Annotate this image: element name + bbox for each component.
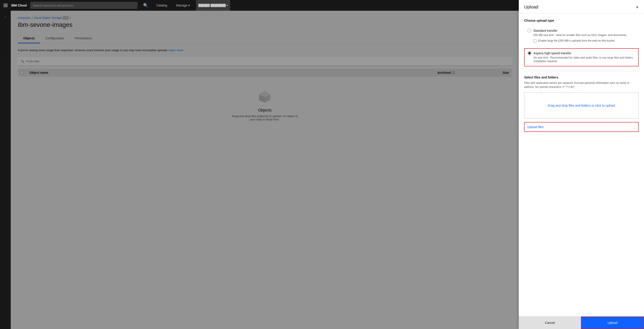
standard-transfer-label: Standard transfer [533,29,558,32]
col-archived: Archived i [438,71,482,74]
main-content: Instances / Cloud Object Storage-███ / i… [11,11,519,329]
tab-configuration[interactable]: Configuration [40,34,69,43]
col-object-name: Object name [30,71,438,74]
tabs-container: Objects Configuration Permissions [18,34,512,43]
empty-title: Objects [258,108,272,113]
info-banner: If you're seeing more usage than expecte… [18,48,512,52]
aspera-transfer-desc: No size limit - Recommended for video an… [534,56,635,63]
tab-objects[interactable]: Objects [18,34,40,43]
sidebar-expand-toggle[interactable]: › [1,12,10,21]
large-file-label: Enable large file (200 MB+) uploads from… [538,39,616,43]
divider [524,71,639,71]
panel-footer: Cancel Upload [519,316,644,329]
panel-title: Upload [524,4,538,9]
upload-files-button[interactable]: Upload files [524,122,639,132]
breadcrumb: Instances / Cloud Object Storage-███ / [18,16,512,19]
brand-name: IBM Cloud [11,3,26,7]
standard-transfer-option[interactable]: Standard transfer 200 MB size limit - Id… [524,26,639,46]
select-all-checkbox[interactable] [20,71,24,74]
breadcrumb-storage[interactable]: Cloud Object Storage-███ [34,16,69,19]
panel-close-button[interactable]: × [636,5,639,9]
empty-state: Objects Drag and drop files (objects) to… [18,77,512,135]
panel-body: Choose upload type Standard transfer 200… [519,13,644,316]
standard-transfer-desc: 200 MB size limit - Ideal for smaller fi… [533,33,635,37]
select-files-label: Select files and folders [524,75,639,79]
breadcrumb-sep-2: / [70,16,71,19]
page-title: ibm-sevone-images [18,21,512,28]
manage-nav[interactable]: Manage ▾ [173,3,192,7]
empty-cube-icon [258,90,272,103]
select-files-desc: Files with duplicated names are replaced… [524,81,639,89]
drop-zone-text: Drag and drop files and folders or click… [548,104,615,107]
chevron-down-icon: ▾ [226,4,228,7]
global-search-input[interactable] [30,2,138,9]
cancel-button[interactable]: Cancel [519,317,581,329]
drop-zone[interactable]: Drag and drop files and folders or click… [524,92,639,118]
prefix-filter-bar: 🔍 [18,57,512,66]
breadcrumb-instances[interactable]: Instances [18,16,30,19]
breadcrumb-sep-1: / [32,16,33,19]
aspera-transfer-label: Aspera high-speed transfer [534,51,571,55]
account-switcher[interactable]: ██████ ████████ ▾ [196,0,230,11]
large-file-checkbox-row: Enable large file (200 MB+) uploads from… [533,39,635,43]
upload-panel: Upload × Choose upload type Standard tra… [519,0,644,329]
search-button[interactable]: 🔍 [141,0,150,11]
archived-info-icon[interactable]: i [452,71,455,74]
learn-more-link[interactable]: Learn more [168,48,183,52]
col-size: Size [482,71,509,74]
hamburger-menu[interactable] [4,4,8,7]
standard-transfer-radio[interactable] [528,29,531,32]
upload-type-radio-group: Standard transfer 200 MB size limit - Id… [524,26,639,66]
aspera-transfer-option[interactable]: Aspera high-speed transfer No size limit… [524,48,639,67]
large-file-checkbox[interactable] [533,39,536,42]
tab-permissions[interactable]: Permissions [70,34,97,43]
panel-header: Upload × [519,0,644,13]
table-header: Object name Archived i Size [18,69,512,77]
sidebar: › [0,11,11,329]
aspera-transfer-radio[interactable] [528,51,531,55]
catalog-nav[interactable]: Catalog [154,3,170,7]
search-icon: 🔍 [20,59,24,63]
upload-button[interactable]: Upload [581,317,644,329]
select-all-checkbox-col [20,71,30,74]
prefix-filter-input[interactable] [26,60,509,63]
choose-upload-type-label: Choose upload type [524,19,639,22]
empty-description: Drag and drop files (objects) to upload.… [231,114,298,121]
